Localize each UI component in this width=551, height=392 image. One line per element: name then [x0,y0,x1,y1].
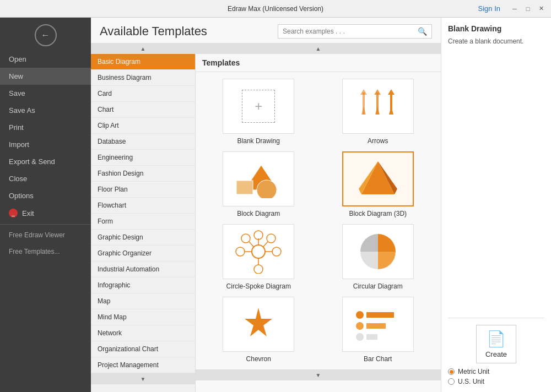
template-item-blank-drawing[interactable]: + Blank Drawing [202,79,315,145]
template-thumb-arrows [342,79,414,134]
template-item-block-diagram-3d[interactable]: Block Diagram (3D) [322,151,435,217]
category-item-chart[interactable]: Chart [91,102,195,118]
sidebar-nav: Open New Save Save As Print Import Expor… [0,51,91,260]
us-label: U.S. Unit [458,378,484,385]
sidebar-item-close[interactable]: Close [0,170,91,187]
create-button[interactable]: 📄 Create [476,325,516,363]
main-layout: ← Open New Save Save As Print Import [0,18,551,392]
template-item-arrows[interactable]: Arrows [322,79,435,145]
svg-rect-34 [366,334,377,340]
search-input[interactable] [283,28,418,35]
category-item-infographic[interactable]: Infographic [91,277,195,293]
grid-scroll-down[interactable]: ▼ [196,369,441,380]
maximize-button[interactable]: □ [522,3,533,14]
sidebar-item-save[interactable]: Save [0,85,91,102]
grid-scroll-up[interactable]: ▲ [196,43,441,54]
template-item-circle-spoke[interactable]: Circle-Spoke Diagram [202,224,315,290]
circle-spoke-svg [234,230,283,274]
chevron-svg [239,305,278,344]
sidebar-item-free-viewer[interactable]: Free Edraw Viewer [0,227,91,243]
category-item-mind-map[interactable]: Mind Map [91,309,195,325]
us-unit-option[interactable]: U.S. Unit [448,378,489,385]
template-item-circular-diagram[interactable]: Circular Diagram [322,224,435,290]
app-title: Edraw Max (Unlicensed Version) [228,5,323,13]
title-bar: Edraw Max (Unlicensed Version) Sign In ─… [0,0,551,18]
unit-options: Metric Unit U.S. Unit [448,368,489,385]
window-controls: ─ □ ✕ [509,3,547,14]
back-button[interactable]: ← [35,24,57,46]
category-scroll-up[interactable]: ▲ [91,43,195,54]
template-item-block-diagram[interactable]: Block Diagram [202,151,315,217]
svg-line-24 [263,242,268,247]
template-item-bar-chart[interactable]: Bar Chart [322,297,435,363]
category-scroll-down[interactable]: ▼ [91,373,195,384]
category-item-basic-diagram[interactable]: Basic Diagram [91,54,195,70]
metric-radio[interactable] [448,368,455,375]
category-item-network[interactable]: Network [91,325,195,341]
sidebar-item-options[interactable]: Options [0,187,91,204]
metric-unit-option[interactable]: Metric Unit [448,368,489,375]
template-thumb-block-diagram-3d [342,151,414,206]
block-diagram-3d-svg [356,159,400,200]
content-area: Available Templates 🔍 ▲ Basic Diagram Bu… [91,18,551,392]
svg-point-10 [257,180,277,198]
back-icon: ← [41,30,50,40]
template-grid-wrapper: ▲ Templates + Blank Drawing [196,43,441,392]
category-item-map[interactable]: Map [91,293,195,309]
category-item-flowchart[interactable]: Flowchart [91,198,195,214]
category-item-graphic-design[interactable]: Graphic Design [91,230,195,246]
search-box: 🔍 [278,24,432,39]
page-title: Available Templates [100,24,207,39]
template-thumb-circular-diagram [342,224,414,279]
svg-point-30 [356,322,364,330]
close-button[interactable]: ✕ [536,3,547,14]
svg-point-27 [241,234,250,243]
svg-marker-28 [245,308,272,336]
sidebar-item-free-templates[interactable]: Free Templates... [0,243,91,260]
svg-point-31 [356,333,364,341]
sidebar-item-exit[interactable]: ⎯ Exit [0,204,91,222]
category-item-business-diagram[interactable]: Business Diagram [91,70,195,86]
circular-diagram-svg [353,230,403,274]
svg-marker-8 [388,89,395,95]
sign-in-button[interactable]: Sign In [474,3,505,14]
category-item-card[interactable]: Card [91,86,195,102]
category-item-database[interactable]: Database [91,134,195,150]
templates-section-header: Templates [196,54,441,72]
svg-point-25 [267,234,276,243]
category-item-engineering[interactable]: Engineering [91,150,195,166]
svg-rect-7 [390,92,392,115]
template-label-circular-diagram: Circular Diagram [353,282,403,290]
template-item-chevron[interactable]: Chevron [202,297,315,363]
sidebar-item-print[interactable]: Print [0,119,91,136]
svg-point-17 [254,231,263,239]
right-panel: Blank Drawing Create a blank document. 📄… [441,18,551,392]
templates-body: ▲ Basic Diagram Business Diagram Card Ch… [91,43,441,392]
svg-rect-32 [366,312,394,318]
sidebar-item-open[interactable]: Open [0,51,91,68]
category-item-floor-plan[interactable]: Floor Plan [91,182,195,198]
blank-drawing-icon: + [242,90,275,123]
sidebar-item-import[interactable]: Import [0,136,91,153]
sidebar-top: ← [0,18,91,51]
sidebar-item-export[interactable]: Export & Send [0,153,91,170]
svg-point-29 [356,311,364,319]
document-icon: 📄 [487,330,506,348]
category-item-organizational-chart[interactable]: Organizational Chart [91,341,195,357]
category-item-industrial-automation[interactable]: Industrial Automation [91,262,195,277]
right-panel-divider [448,318,544,318]
category-item-form[interactable]: Form [91,214,195,230]
category-item-clip-art[interactable]: Clip Art [91,118,195,134]
category-item-project-management[interactable]: Project Management [91,357,195,373]
sidebar-item-save-as[interactable]: Save As [0,102,91,119]
us-radio[interactable] [448,378,455,385]
blank-drawing-title: Blank Drawing [448,24,544,33]
sidebar-item-new[interactable]: New [0,68,91,85]
template-label-chevron: Chevron [246,355,271,363]
template-thumb-block-diagram [223,151,294,206]
templates-header: Available Templates 🔍 [91,18,441,43]
category-item-fashion-design[interactable]: Fashion Design [91,166,195,182]
category-item-graphic-organizer[interactable]: Graphic Organizer [91,246,195,262]
minimize-button[interactable]: ─ [509,3,520,14]
svg-point-21 [254,265,263,274]
